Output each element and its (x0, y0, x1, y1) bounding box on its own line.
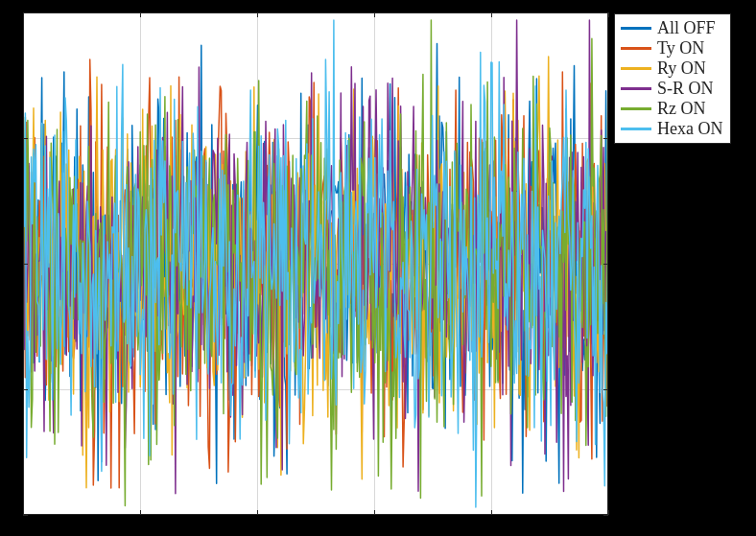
legend-label: S-R ON (657, 79, 714, 99)
legend-item: Rz ON (621, 99, 722, 119)
legend-item: Hexa ON (621, 119, 722, 139)
legend-swatch (621, 87, 651, 90)
legend-label: Hexa ON (657, 119, 722, 139)
legend-swatch (621, 47, 651, 50)
legend-swatch (621, 107, 651, 110)
legend-swatch (621, 128, 651, 130)
chart-series (23, 12, 608, 515)
chart-plot-area (23, 12, 608, 515)
legend-label: Rz ON (657, 99, 706, 119)
legend-swatch (621, 27, 651, 30)
legend-item: All OFF (621, 18, 722, 38)
legend-label: Ry ON (657, 58, 706, 79)
legend-item: Ry ON (621, 58, 722, 79)
legend-label: Ty ON (657, 38, 704, 58)
chart-legend: All OFFTy ONRy ONS-R ONRz ONHexa ON (614, 13, 731, 144)
legend-swatch (621, 67, 651, 70)
legend-item: S-R ON (621, 79, 722, 99)
legend-item: Ty ON (621, 38, 722, 58)
legend-label: All OFF (657, 18, 716, 38)
